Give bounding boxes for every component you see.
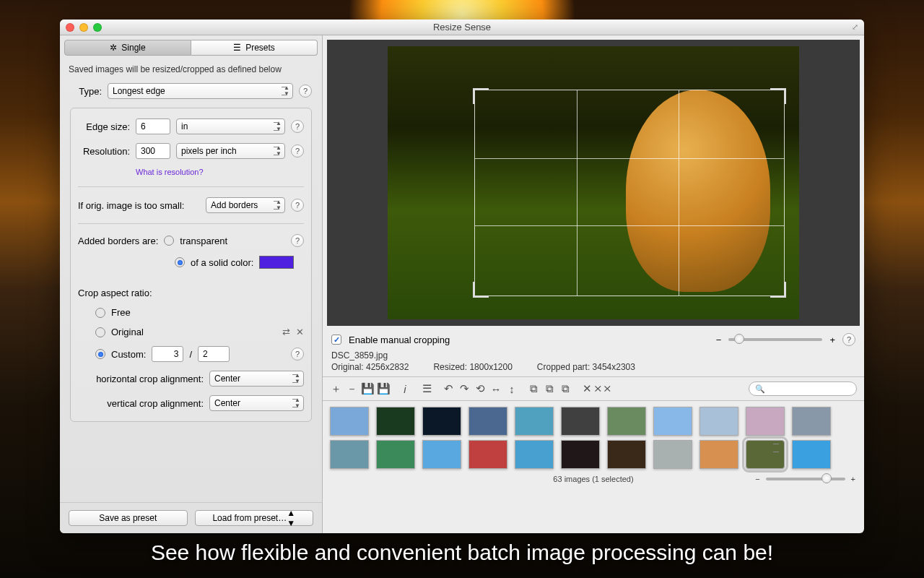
valign-label: vertical crop alignment: <box>78 398 204 409</box>
titlebar: Resize Sense ⤢ <box>60 20 864 35</box>
edge-size-field[interactable]: 6 <box>136 118 170 134</box>
help-ratio[interactable]: ? <box>291 348 304 361</box>
thumbnail[interactable] <box>515 407 554 436</box>
resolution-unit-select[interactable]: pixels per inch▲▼ <box>176 143 285 159</box>
edge-unit-select[interactable]: in▲▼ <box>176 118 285 134</box>
image-meta: DSC_3859.jpg Original: 4256x2832 Resized… <box>323 349 864 376</box>
crop-all-icon[interactable]: ⧉ <box>544 382 555 395</box>
remove-icon[interactable]: － <box>346 382 357 395</box>
thumbnail[interactable] <box>653 407 692 436</box>
save-icon[interactable]: 💾 <box>362 382 373 395</box>
info-icon[interactable]: i <box>399 382 411 395</box>
radio-original[interactable] <box>95 327 105 337</box>
solid-color-label: of a solid color: <box>191 257 253 268</box>
thumbnail[interactable] <box>330 407 369 436</box>
thumbnail[interactable] <box>607 440 646 469</box>
radio-solid-color[interactable] <box>175 257 185 267</box>
valign-select[interactable]: Center▲▼ <box>209 395 304 411</box>
thumbnail[interactable] <box>561 407 600 436</box>
thumbnail[interactable] <box>330 440 369 469</box>
tab-single[interactable]: ✲ Single <box>64 40 191 56</box>
help-type[interactable]: ? <box>299 85 312 98</box>
left-panel: ✲ Single ☰ Presets Saved images will be … <box>60 35 323 533</box>
too-small-select[interactable]: Add borders▲▼ <box>206 197 285 213</box>
thumbnail[interactable] <box>792 440 831 469</box>
thumb-zoom-in-icon[interactable]: + <box>851 475 855 483</box>
clear-icon[interactable]: ✕ <box>296 327 304 337</box>
save-as-preset-button[interactable]: Save as preset <box>69 510 188 526</box>
tab-presets-label: Presets <box>245 43 275 53</box>
thumbnail[interactable] <box>561 440 600 469</box>
load-from-preset-button[interactable]: Load from preset…▲▼ <box>195 510 314 526</box>
thumbnail[interactable] <box>468 407 507 436</box>
save-all-icon[interactable]: 💾 <box>378 382 389 395</box>
radio-custom[interactable] <box>95 349 105 359</box>
type-select[interactable]: Longest edge▲▼ <box>108 83 293 99</box>
radio-transparent[interactable] <box>164 236 174 246</box>
flip-v-icon[interactable]: ↕ <box>506 382 518 395</box>
original-label: Original <box>111 327 144 337</box>
original-size: Original: 4256x2832 <box>331 362 409 372</box>
thumbnail[interactable] <box>376 407 415 436</box>
thumbnail[interactable] <box>515 440 554 469</box>
mode-tabs: ✲ Single ☰ Presets <box>60 35 322 56</box>
flip-both-icon[interactable]: ⟲ <box>474 382 486 395</box>
thumbnail[interactable] <box>792 407 831 436</box>
too-small-label: If orig. image is too small: <box>78 200 184 211</box>
help-edge[interactable]: ? <box>291 120 304 133</box>
resolution-label: Resolution: <box>78 146 130 157</box>
resolution-field[interactable]: 300 <box>136 143 170 159</box>
flip-h-icon[interactable]: ↔ <box>490 382 502 395</box>
app-window: Resize Sense ⤢ ✲ Single ☰ Presets Saved … <box>60 20 864 533</box>
list-icon[interactable]: ☰ <box>421 382 432 395</box>
preview-zoom-slider[interactable] <box>728 338 822 341</box>
thumbnail[interactable] <box>699 440 738 469</box>
thumbnail[interactable] <box>653 440 692 469</box>
crop-ratio-label: Crop aspect ratio: <box>78 288 152 298</box>
swap-icon[interactable]: ⇄ <box>282 327 290 337</box>
thumb-zoom-slider[interactable] <box>766 478 845 480</box>
rotate-right-icon[interactable]: ↷ <box>458 382 470 395</box>
thumbnail[interactable] <box>376 440 415 469</box>
radio-free[interactable] <box>95 308 105 318</box>
ratio-h-field[interactable]: 2 <box>198 346 230 362</box>
tab-presets[interactable]: ☰ Presets <box>191 40 318 56</box>
thumbnail[interactable] <box>468 440 507 469</box>
help-preview[interactable]: ? <box>842 333 855 346</box>
zoom-in-icon[interactable]: + <box>829 335 835 345</box>
thumbnail[interactable] <box>746 407 785 436</box>
thumbnail[interactable] <box>422 440 461 469</box>
crop-handle-tl[interactable] <box>473 88 489 104</box>
thumbnail-grid <box>323 401 864 472</box>
search-input[interactable]: 🔍 <box>749 381 857 396</box>
tagline: See how flexible and convenient batch im… <box>0 540 924 565</box>
cancel-one-icon[interactable]: ✕ <box>581 382 593 395</box>
cancel-all-icon[interactable]: ⨯⨯ <box>597 382 609 395</box>
list-icon: ☰ <box>233 43 241 53</box>
crop-icon[interactable]: ⧉ <box>528 382 539 395</box>
crop-handle-br[interactable] <box>770 282 786 298</box>
thumbnail[interactable] <box>746 440 785 469</box>
what-is-resolution-link[interactable]: What is resolution? <box>136 168 204 176</box>
crop-handle-bl[interactable] <box>473 282 489 298</box>
help-toosmall[interactable]: ? <box>291 199 304 212</box>
thumbnail[interactable] <box>422 407 461 436</box>
rotate-left-icon[interactable]: ↶ <box>443 382 454 395</box>
ratio-w-field[interactable]: 3 <box>152 346 183 362</box>
zoom-out-icon[interactable]: − <box>716 335 722 345</box>
thumbnail[interactable] <box>699 407 738 436</box>
help-resolution[interactable]: ? <box>291 144 304 158</box>
thumb-zoom-out-icon[interactable]: − <box>755 475 759 483</box>
edge-size-label: Edge size: <box>78 121 130 132</box>
crop-rectangle[interactable] <box>474 90 785 296</box>
enable-crop-checkbox[interactable] <box>331 335 341 345</box>
preview-image[interactable] <box>388 46 799 319</box>
crop-reset-icon[interactable]: ⧉ <box>559 382 571 395</box>
add-icon[interactable]: ＋ <box>330 382 341 395</box>
crop-handle-tr[interactable] <box>770 88 786 104</box>
help-borders[interactable]: ? <box>291 234 304 247</box>
preview-area <box>327 40 860 326</box>
halign-select[interactable]: Center▲▼ <box>209 371 304 387</box>
color-swatch[interactable] <box>259 256 294 269</box>
thumbnail[interactable] <box>607 407 646 436</box>
